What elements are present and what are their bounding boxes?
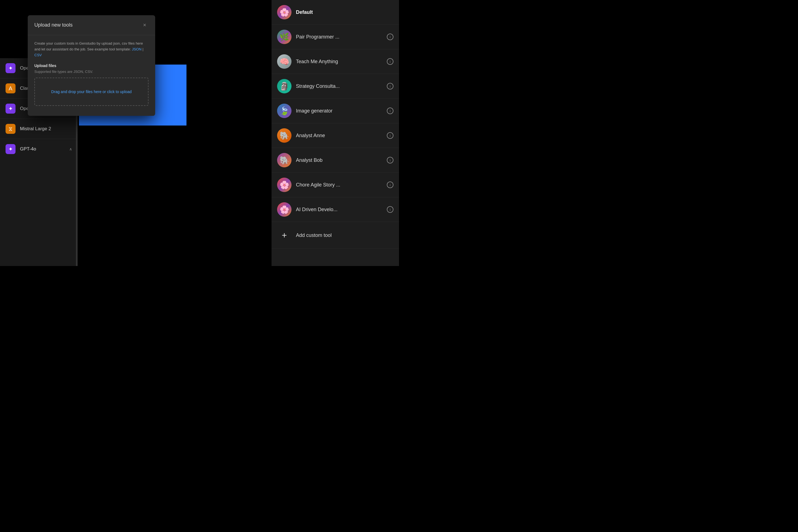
chevron-icon: ∧ <box>69 147 72 151</box>
tool-item-strategy[interactable]: 🗿Strategy Consulta...i <box>271 74 399 99</box>
add-custom-tool-button[interactable]: +Add custom tool <box>271 222 399 249</box>
info-icon-analyst-bob[interactable]: i <box>387 157 394 164</box>
modal-description: Create your custom tools in Genstudio by… <box>34 41 149 58</box>
dropzone-text: Drag and drop your files here or click t… <box>51 90 132 94</box>
tool-avatar-pair-programmer: 🌿 <box>277 30 291 44</box>
csv-link[interactable]: CSV <box>34 53 42 57</box>
model-item-gpt4o[interactable]: ✦GPT-4o∧ <box>0 139 78 159</box>
tool-avatar-analyst-bob: 🐘 <box>277 153 291 167</box>
tool-avatar-default: 🌸 <box>277 5 291 19</box>
tool-item-ai-driven[interactable]: 🌸AI Driven Develo...i <box>271 197 399 222</box>
model-icon-claude-35: A <box>5 83 16 93</box>
info-icon-teach-me[interactable]: i <box>387 58 394 65</box>
tool-name-strategy: Strategy Consulta... <box>296 83 382 89</box>
tool-item-teach-me[interactable]: 🧠Teach Me Anythingi <box>271 49 399 74</box>
tool-item-analyst-bob[interactable]: 🐘Analyst Bobi <box>271 148 399 173</box>
model-icon-openai-o1-mini: ✦ <box>5 103 16 114</box>
tool-item-chore-agile[interactable]: 🌸Chore Agile Story ...i <box>271 173 399 197</box>
info-icon-image-gen[interactable]: i <box>387 108 394 114</box>
modal-title: Upload new tools <box>34 22 73 28</box>
model-icon-mistral-large: ⧖ <box>5 124 16 134</box>
description-text: Create your custom tools in Genstudio by… <box>34 41 143 51</box>
info-icon-strategy[interactable]: i <box>387 83 394 90</box>
info-icon-ai-driven[interactable]: i <box>387 206 394 213</box>
model-icon-openai-o1-preview: ✦ <box>5 63 16 73</box>
link-separator: | <box>142 47 143 51</box>
close-button[interactable]: × <box>141 21 149 30</box>
plus-icon: + <box>277 228 291 243</box>
tool-item-analyst-anne[interactable]: 🐘Analyst Annei <box>271 123 399 148</box>
tool-name-chore-agile: Chore Agile Story ... <box>296 182 382 188</box>
model-name-mistral-large: Mistral Large 2 <box>20 126 51 132</box>
upload-label: Upload files <box>34 63 149 68</box>
upload-dropzone[interactable]: Drag and drop your files here or click t… <box>34 78 149 106</box>
tools-panel: 🌸Default🌿Pair Programmer ...i🧠Teach Me A… <box>271 0 399 266</box>
modal-header: Upload new tools × <box>28 15 155 35</box>
tool-item-default[interactable]: 🌸Default <box>271 0 399 25</box>
tool-item-image-gen[interactable]: 🍃Image generatori <box>271 99 399 123</box>
tool-avatar-analyst-anne: 🐘 <box>277 128 291 143</box>
info-icon-chore-agile[interactable]: i <box>387 182 394 188</box>
upload-hint: Supported file types are JSON, CSV. <box>34 70 149 74</box>
tool-name-pair-programmer: Pair Programmer ... <box>296 34 382 40</box>
tool-name-image-gen: Image generator <box>296 108 382 114</box>
info-icon-pair-programmer[interactable]: i <box>387 34 394 40</box>
upload-modal: Upload new tools × Create your custom to… <box>28 15 155 116</box>
tool-avatar-chore-agile: 🌸 <box>277 177 291 192</box>
tool-name-default: Default <box>296 10 394 15</box>
info-icon-analyst-anne[interactable]: i <box>387 132 394 139</box>
modal-body: Create your custom tools in Genstudio by… <box>28 35 155 116</box>
tool-avatar-teach-me: 🧠 <box>277 54 291 69</box>
add-tool-label: Add custom tool <box>296 232 394 238</box>
tool-avatar-strategy: 🗿 <box>277 79 291 93</box>
model-icon-gpt4o: ✦ <box>5 144 16 154</box>
tool-name-analyst-anne: Analyst Anne <box>296 133 382 138</box>
model-name-gpt4o: GPT-4o <box>20 146 36 152</box>
tool-name-analyst-bob: Analyst Bob <box>296 157 382 163</box>
json-link[interactable]: JSON <box>132 47 141 51</box>
tool-avatar-ai-driven: 🌸 <box>277 202 291 217</box>
tool-name-ai-driven: AI Driven Develo... <box>296 207 382 212</box>
tool-name-teach-me: Teach Me Anything <box>296 59 382 64</box>
tool-avatar-image-gen: 🍃 <box>277 103 291 118</box>
tool-item-pair-programmer[interactable]: 🌿Pair Programmer ...i <box>271 25 399 49</box>
model-item-mistral-large[interactable]: ⧖Mistral Large 2 <box>0 119 78 139</box>
